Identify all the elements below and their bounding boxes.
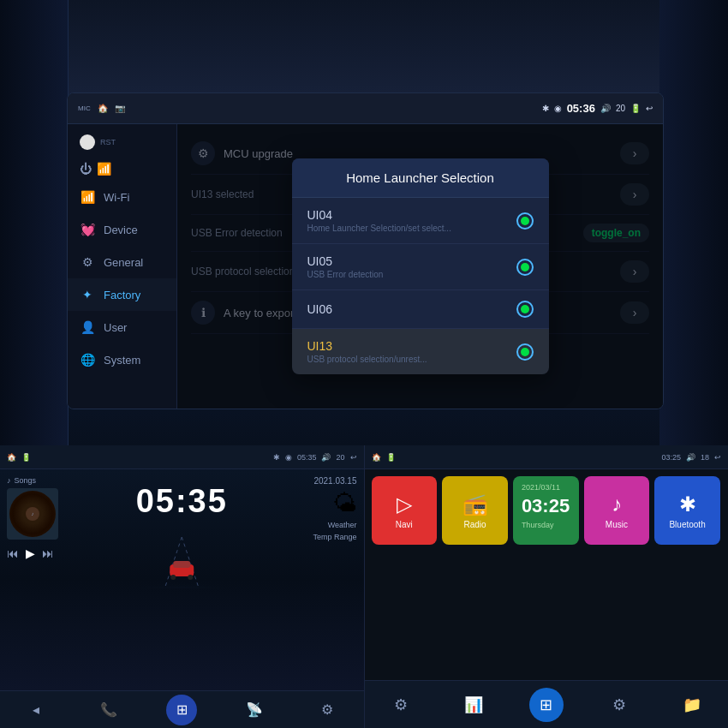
sidebar: RST ⏻ 📶 📶 Wi-Fi 💓 Device ⚙ General [68, 124, 177, 409]
battery-icon: 🔋 [630, 104, 641, 113]
popup-ui13-sub: USB protocol selection/unrest... [307, 355, 427, 364]
ui04-screen-header: 🏠 🔋 ✱ ◉ 05:35 🔊 20 ↩ [0, 445, 364, 469]
ui05-header-left: 🏠 🔋 [372, 453, 396, 462]
popup-overlay: Home Launcher Selection UI04 Home Launch… [177, 124, 663, 409]
sidebar-item-factory[interactable]: ✦ Factory [68, 278, 176, 311]
battery-level: 20 [616, 104, 625, 113]
ui04-center: 05:35 [86, 469, 278, 690]
popup-ui06-radio[interactable] [516, 301, 534, 318]
popup-ui13-label: UI13 [307, 339, 427, 353]
clock-tile-time: 03:25 [522, 495, 570, 517]
popup-item-ui13[interactable]: UI13 USB protocol selection/unrest... [292, 329, 549, 374]
vinyl-inner: ♪ [26, 507, 39, 521]
ui04-battery-icon: 🔋 [21, 453, 31, 462]
weather-date: 2021.03.15 [313, 476, 356, 486]
app-tile-radio[interactable]: 📻 Radio [442, 476, 508, 545]
weather-sub: Temp Range [313, 533, 356, 541]
header-left: MIC 🏠 📷 [78, 104, 125, 113]
ui04-nav-map[interactable]: ◂ [21, 695, 51, 725]
sidebar-wifi-area: ⏻ 📶 [68, 157, 176, 181]
popup-ui05-radio[interactable] [516, 259, 534, 276]
rst-dot [80, 134, 95, 150]
screenshot-icon: 📷 [115, 104, 125, 113]
sidebar-general-label: General [104, 256, 143, 269]
music-title-row: ♪ Songs [7, 476, 79, 485]
back-icon[interactable]: ↩ [646, 104, 653, 113]
app-tile-bluetooth[interactable]: ✱ Bluetooth [654, 476, 720, 545]
music-note-icon: ♪ [7, 476, 11, 485]
ui04-nav: ◂ 📞 ⊞ 📡 ⚙ [0, 690, 364, 728]
ui04-vol-icon: 🔊 [321, 453, 331, 462]
ui04-nav-home[interactable]: ⊞ [166, 695, 197, 725]
device-icon: 💓 [80, 222, 95, 237]
ui05-battery-icon: 🔋 [386, 453, 396, 462]
music-icon: ♪ [612, 492, 622, 516]
app-tile-navi[interactable]: ▷ Navi [372, 476, 438, 545]
ui05-time: 03:25 [661, 453, 681, 462]
radio-icon: 📻 [462, 492, 488, 516]
ui05-header-right: 03:25 🔊 18 ↩ [661, 453, 721, 462]
popup-item-ui04-inner: UI04 Home Launcher Selection/set select.… [307, 208, 451, 233]
sidebar-item-general[interactable]: ⚙ General [68, 246, 176, 278]
sidebar-wifi-label: Wi-Fi [104, 191, 129, 204]
wifi-status-icon: ◉ [554, 104, 562, 113]
ui04-panel: 🏠 🔋 ✱ ◉ 05:35 🔊 20 ↩ ♪ Songs [0, 445, 365, 728]
vinyl-center: ♪ [32, 511, 34, 516]
sidebar-item-device[interactable]: 💓 Device [68, 213, 176, 246]
vinyl-outer: ♪ [9, 491, 56, 537]
popup-ui05-radio-dot [521, 263, 529, 272]
play-button[interactable]: ▶ [26, 546, 35, 560]
navi-icon: ▷ [397, 492, 412, 516]
popup-ui04-label: UI04 [307, 208, 451, 222]
popup-ui13-radio[interactable] [516, 343, 534, 361]
system-icon: 🌐 [80, 352, 95, 367]
app-tile-music[interactable]: ♪ Music [584, 476, 650, 545]
popup-item-ui04[interactable]: UI04 Home Launcher Selection/set select.… [292, 198, 549, 244]
popup-ui04-radio[interactable] [516, 212, 534, 230]
weather-icon-area: 🌤 [333, 489, 357, 517]
sidebar-item-system[interactable]: 🌐 System [68, 343, 176, 376]
weather-sun-icon: 🌤 [333, 489, 357, 517]
sidebar-item-user[interactable]: 👤 User [68, 311, 176, 343]
prev-button[interactable]: ⏮ [7, 546, 19, 560]
popup-title: Home Launcher Selection [292, 158, 549, 198]
ui05-nav-folder[interactable]: 📁 [675, 688, 709, 722]
ui05-home-icon: 🏠 [372, 453, 381, 462]
power-icon: ⏻ [80, 162, 92, 176]
popup-item-ui05[interactable]: UI05 USB Error detection [292, 244, 549, 290]
sidebar-item-wifi[interactable]: 📶 Wi-Fi [68, 181, 176, 213]
car-left-panel [0, 0, 69, 445]
bottom-panels: 🏠 🔋 ✱ ◉ 05:35 🔊 20 ↩ ♪ Songs [0, 445, 728, 728]
app-tile-clock[interactable]: 2021/03/11 03:25 Thursday [513, 476, 579, 545]
ui04-nav-phone[interactable]: 📞 [93, 695, 124, 725]
ui04-music-panel: ♪ Songs ♪ ⏮ ▶ ⏭ [0, 469, 86, 690]
ui04-home-icon: 🏠 [7, 453, 16, 462]
popup-item-ui05-inner: UI05 USB Error detection [307, 254, 384, 279]
main-screen: MIC 🏠 📷 ✱ ◉ 05:36 🔊 20 🔋 ↩ RST [67, 92, 664, 409]
popup-ui06-label: UI06 [307, 302, 333, 316]
bluetooth-icon: ✱ [679, 492, 696, 516]
sidebar-rst: RST [68, 131, 176, 153]
ui05-nav-gear[interactable]: ⚙ [602, 688, 636, 722]
screen-content: RST ⏻ 📶 📶 Wi-Fi 💓 Device ⚙ General [68, 124, 663, 409]
ui05-nav-home[interactable]: ⊞ [529, 688, 564, 722]
ui04-nav-settings[interactable]: ⚙ [312, 695, 343, 725]
ui04-content: ♪ Songs ♪ ⏮ ▶ ⏭ 05:35 [0, 469, 364, 690]
bluetooth-status-icon: ✱ [542, 104, 549, 113]
popup-item-ui06-inner: UI06 [307, 302, 333, 316]
header-right: ✱ ◉ 05:36 🔊 20 🔋 ↩ [542, 102, 653, 115]
ui04-right: 2021.03.15 🌤 Weather Temp Range [278, 469, 364, 690]
right-panel: ⚙ MCU upgrade › UI13 selected › USB Erro… [177, 124, 663, 409]
volume-icon: 🔊 [600, 104, 611, 113]
ui05-back-icon: ↩ [714, 453, 721, 462]
ui04-wifi-icon: ◉ [285, 453, 292, 462]
navi-label: Navi [396, 520, 413, 529]
next-button[interactable]: ⏭ [42, 546, 54, 560]
ui05-nav-settings[interactable]: ⚙ [384, 688, 418, 722]
ui04-header-left: 🏠 🔋 [7, 453, 31, 462]
ui04-nav-signal[interactable]: 📡 [239, 695, 270, 725]
popup-item-ui06[interactable]: UI06 [292, 290, 549, 329]
ui04-header-right: ✱ ◉ 05:35 🔊 20 ↩ [273, 453, 357, 462]
ui05-nav-chart[interactable]: 📊 [456, 688, 491, 722]
ui05-nav: ⚙ 📊 ⊞ ⚙ 📁 [365, 680, 729, 728]
